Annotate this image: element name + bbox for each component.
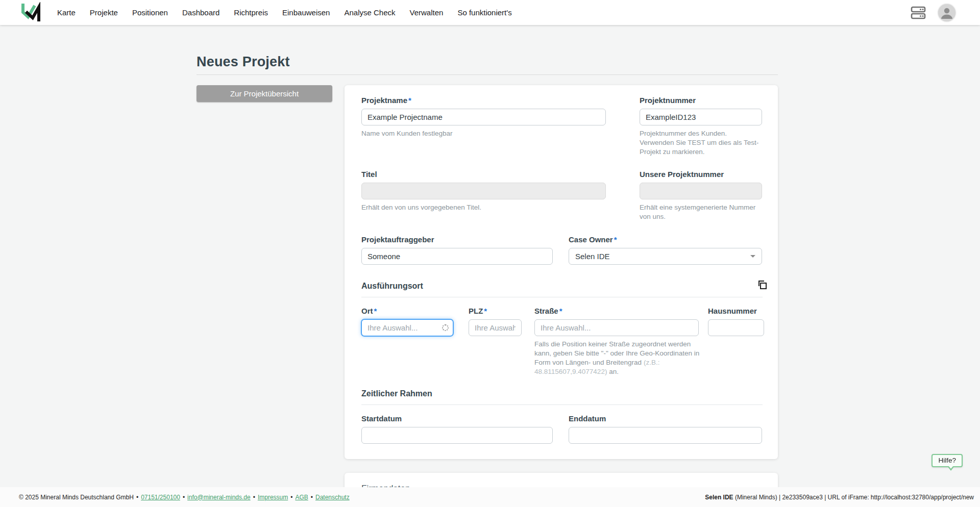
projektnummer-input[interactable] bbox=[640, 109, 762, 125]
chevron-down-icon bbox=[750, 255, 755, 258]
enddatum-input[interactable] bbox=[569, 427, 762, 444]
title-divider bbox=[197, 74, 778, 75]
footer: © 2025 Mineral Minds Deutschland GmbH • … bbox=[0, 487, 980, 507]
form-column: Projektname* Name vom Kunden festlegbar … bbox=[345, 85, 778, 507]
logo-icon bbox=[19, 2, 43, 23]
projektname-input[interactable] bbox=[361, 109, 606, 125]
plz-label: PLZ* bbox=[469, 307, 522, 315]
nav-item-so-funktionierts[interactable]: So funktioniert's bbox=[457, 8, 511, 17]
required-marker: * bbox=[374, 307, 377, 315]
mineral-minds-logo[interactable] bbox=[19, 2, 43, 23]
titel-input bbox=[361, 183, 606, 199]
unsere-projektnummer-hint: Erhält eine systemgenerierte Nummer von … bbox=[640, 203, 762, 221]
required-marker: * bbox=[408, 96, 411, 105]
session-user: Selen IDE bbox=[705, 494, 733, 501]
agb-link[interactable]: AGB bbox=[295, 494, 308, 501]
nav-item-einbauweisen[interactable]: Einbauweisen bbox=[282, 8, 330, 17]
projektname-hint: Name vom Kunden festlegbar bbox=[361, 129, 606, 138]
strasse-label: Straße* bbox=[534, 307, 699, 315]
separator: • bbox=[183, 494, 185, 501]
section-title-zeitlicher-rahmen: Zeitlicher Rahmen bbox=[361, 389, 432, 398]
separator: • bbox=[136, 494, 138, 501]
projektnummer-label: Projektnummer bbox=[640, 96, 762, 105]
strasse-input[interactable] bbox=[534, 319, 699, 336]
hausnummer-label: Hausnummer bbox=[708, 307, 764, 315]
required-marker: * bbox=[484, 307, 487, 315]
required-marker: * bbox=[559, 307, 562, 315]
unsere-projektnummer-input bbox=[640, 183, 762, 199]
phone-link[interactable]: 07151/250100 bbox=[141, 494, 180, 501]
server-icon[interactable] bbox=[911, 6, 926, 19]
separator: • bbox=[290, 494, 292, 501]
required-marker: * bbox=[614, 235, 617, 244]
nav-item-verwalten[interactable]: Verwalten bbox=[410, 8, 444, 17]
case-owner-selected-value: Selen IDE bbox=[575, 252, 610, 261]
ort-input[interactable] bbox=[361, 319, 453, 336]
main-content: Neues Projekt Zur Projektübersicht Proje… bbox=[197, 25, 778, 507]
projektauftraggeber-label: Projektauftraggeber bbox=[361, 235, 553, 244]
page-title: Neues Projekt bbox=[197, 25, 778, 70]
projektnummer-hint: Projektnummer des Kunden. Verwenden Sie … bbox=[640, 129, 762, 156]
plz-input[interactable] bbox=[469, 319, 522, 336]
titel-label: Titel bbox=[361, 170, 606, 179]
copyright-text: © 2025 Mineral Minds Deutschland GmbH bbox=[19, 494, 134, 501]
separator: • bbox=[253, 494, 255, 501]
unsere-projektnummer-label: Unsere Projektnummer bbox=[640, 170, 762, 179]
nav-item-analyse-check[interactable]: Analyse Check bbox=[344, 8, 395, 17]
enddatum-label: Enddatum bbox=[569, 414, 762, 423]
person-icon bbox=[938, 4, 955, 21]
separator: • bbox=[311, 494, 313, 501]
projektname-label: Projektname* bbox=[361, 96, 606, 105]
project-form-card: Projektname* Name vom Kunden festlegbar … bbox=[345, 85, 778, 459]
hausnummer-input[interactable] bbox=[708, 319, 764, 336]
projektauftraggeber-input[interactable] bbox=[361, 248, 553, 265]
nav-item-richtpreis[interactable]: Richtpreis bbox=[234, 8, 268, 17]
nav-item-positionen[interactable]: Positionen bbox=[132, 8, 168, 17]
user-avatar[interactable] bbox=[938, 4, 955, 21]
session-info: Selen IDE (Mineral Minds) | 2e233509ace3… bbox=[705, 494, 974, 501]
ort-label: Ort* bbox=[361, 307, 453, 315]
left-column: Zur Projektübersicht bbox=[197, 85, 332, 507]
case-owner-select[interactable]: Selen IDE bbox=[569, 248, 762, 265]
footer-left: © 2025 Mineral Minds Deutschland GmbH • … bbox=[19, 494, 350, 501]
startdatum-input[interactable] bbox=[361, 427, 553, 444]
back-to-projects-button[interactable]: Zur Projektübersicht bbox=[197, 85, 332, 102]
nav-item-projekte[interactable]: Projekte bbox=[90, 8, 118, 17]
navbar-right bbox=[911, 4, 955, 21]
nav-item-karte[interactable]: Karte bbox=[57, 8, 76, 17]
copy-icon bbox=[756, 280, 768, 291]
top-navbar: Karte Projekte Positionen Dashboard Rich… bbox=[0, 0, 980, 25]
nav-item-dashboard[interactable]: Dashboard bbox=[182, 8, 219, 17]
datenschutz-link[interactable]: Datenschutz bbox=[315, 494, 350, 501]
nav-links: Karte Projekte Positionen Dashboard Rich… bbox=[57, 8, 512, 17]
titel-hint: Erhält den von uns vorgegebenen Titel. bbox=[361, 203, 606, 212]
section-title-ausfuehrungsort: Ausführungsort bbox=[361, 282, 423, 290]
session-details: (Mineral Minds) | 2e233509ace3 | URL of … bbox=[733, 494, 974, 501]
startdatum-label: Startdatum bbox=[361, 414, 553, 423]
help-button[interactable]: Hilfe? bbox=[932, 454, 963, 467]
email-link[interactable]: info@mineral-minds.de bbox=[187, 494, 251, 501]
impressum-link[interactable]: Impressum bbox=[258, 494, 288, 501]
case-owner-label: Case Owner* bbox=[569, 235, 762, 244]
loading-spinner-icon bbox=[442, 324, 449, 331]
copy-address-button[interactable] bbox=[754, 277, 770, 294]
strasse-hint: Falls die Position keiner Straße zugeord… bbox=[534, 340, 703, 376]
